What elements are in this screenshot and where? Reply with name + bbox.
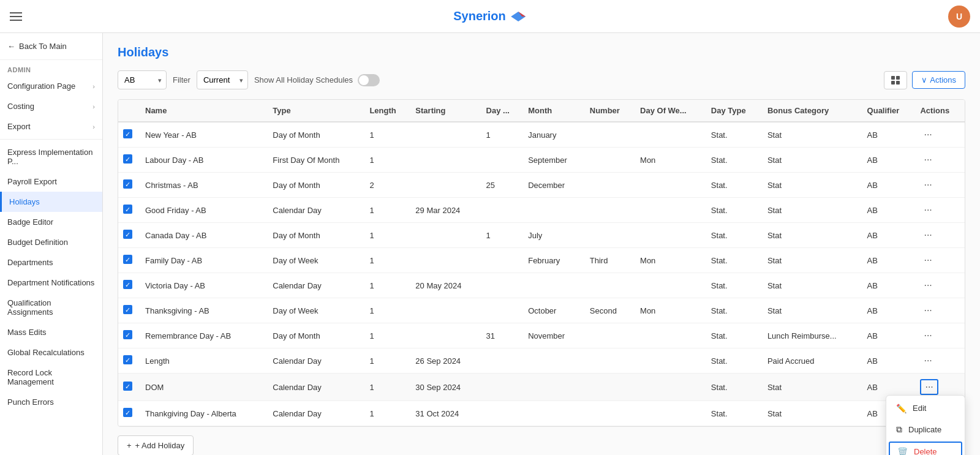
row-actions-dots-button[interactable]: ···	[920, 203, 935, 217]
context-menu-delete[interactable]: 🗑️ Delete	[889, 442, 962, 456]
sidebar-item-budget-definition[interactable]: Budget Definition	[0, 232, 102, 252]
cell-number	[585, 323, 635, 348]
checkbox-checked[interactable]	[123, 280, 132, 289]
row-actions-dots-button[interactable]: ···	[920, 153, 935, 167]
delete-label: Delete	[914, 447, 937, 455]
row-actions-dots-button[interactable]: ···	[920, 178, 935, 192]
cell-actions: ···	[915, 223, 965, 248]
cell-bonus_category: Stat	[763, 401, 862, 426]
actions-button[interactable]: ∨ Actions	[912, 71, 965, 89]
checkbox-checked[interactable]	[123, 154, 132, 164]
cell-month	[523, 401, 585, 426]
checkbox-checked[interactable]	[123, 179, 132, 189]
svg-rect-4	[891, 81, 895, 85]
sidebar-item-punch-errors[interactable]: Punch Errors	[0, 392, 102, 412]
row-actions-dots-button[interactable]: ···	[920, 354, 935, 367]
cell-month: September	[523, 148, 585, 173]
sidebar-item-label: Department Notifications	[7, 278, 94, 287]
row-actions-dots-button[interactable]: ···	[920, 304, 935, 317]
cell-day_type: Stat.	[706, 198, 763, 223]
cell-actions: ···	[915, 198, 965, 223]
sidebar-item-export[interactable]: Export ›	[0, 116, 102, 137]
cell-day_type: Stat.	[706, 401, 763, 426]
cell-type: Calendar Day	[268, 374, 364, 401]
checkbox-checked[interactable]	[123, 382, 132, 391]
add-holiday-button[interactable]: + + Add Holiday	[118, 435, 194, 455]
sidebar-item-global-recalculations[interactable]: Global Recalculations	[0, 342, 102, 363]
checkbox-checked[interactable]	[123, 305, 132, 314]
row-actions-dots-button[interactable]: ···	[920, 379, 938, 395]
filter-select[interactable]: Current All Past	[197, 70, 248, 89]
cell-number	[585, 173, 635, 198]
checkbox-checked[interactable]	[123, 255, 132, 264]
toolbar: AB BC ON QC Filter Current All Past Show	[118, 70, 965, 89]
hamburger-icon[interactable]	[10, 12, 22, 21]
avatar[interactable]: U	[948, 6, 970, 28]
checkbox-checked[interactable]	[123, 408, 132, 417]
svg-rect-2	[891, 76, 895, 80]
cell-actions: ···	[915, 248, 965, 273]
chevron-right-icon: ›	[92, 83, 95, 90]
sidebar-item-qualification-assignments[interactable]: Qualification Assignments	[0, 293, 102, 322]
cell-starting: 29 Mar 2024	[410, 198, 481, 223]
cell-month: January	[523, 122, 585, 148]
cell-length: 1	[364, 198, 410, 223]
toolbar-right: ∨ Actions	[884, 71, 965, 89]
table-row: Family Day - ABDay of Week1FebruaryThird…	[118, 248, 965, 273]
checkbox-checked[interactable]	[123, 355, 132, 364]
cell-name: Canada Day - AB	[140, 223, 268, 248]
back-to-main[interactable]: ← Back To Main	[0, 33, 102, 60]
show-all-toggle[interactable]	[358, 74, 380, 86]
cell-starting: 26 Sep 2024	[410, 348, 481, 374]
chevron-right-icon: ›	[92, 123, 95, 130]
sidebar-item-costing[interactable]: Costing ›	[0, 96, 102, 116]
synerion-logo-icon	[510, 10, 527, 23]
context-menu-edit[interactable]: ✏️ Edit	[886, 398, 965, 419]
row-actions-dots-button[interactable]: ···	[920, 329, 935, 342]
checkbox-checked[interactable]	[123, 230, 132, 239]
checkbox-checked[interactable]	[123, 129, 132, 138]
sidebar-item-mass-edits[interactable]: Mass Edits	[0, 322, 102, 342]
sidebar-item-payroll-export[interactable]: Payroll Export	[0, 171, 102, 192]
col-actions: Actions	[915, 100, 965, 122]
row-actions-dots-button[interactable]: ···	[920, 254, 935, 267]
checkbox-checked[interactable]	[123, 330, 132, 339]
sidebar-item-express-implementation[interactable]: Express Implementation P...	[0, 142, 102, 171]
cell-number	[585, 401, 635, 426]
table-row: LengthCalendar Day126 Sep 2024Stat.Paid …	[118, 348, 965, 374]
cell-actions: ···	[915, 148, 965, 173]
row-actions-dots-button[interactable]: ···	[920, 128, 935, 141]
sidebar-item-label: Mass Edits	[7, 328, 47, 337]
sidebar-item-configuration-page[interactable]: Configuration Page ›	[0, 76, 102, 96]
cell-day: 1	[481, 122, 524, 148]
row-actions-dots-button[interactable]: ···	[920, 279, 935, 292]
cell-name: DOM	[140, 374, 268, 401]
sidebar-item-department-notifications[interactable]: Department Notifications	[0, 273, 102, 293]
context-menu-duplicate[interactable]: ⧉ Duplicate	[886, 419, 965, 440]
col-checkbox	[118, 100, 140, 122]
sidebar-item-holidays[interactable]: Holidays	[0, 192, 102, 212]
cell-qualifier: AB	[862, 122, 916, 148]
grid-view-button[interactable]	[884, 71, 907, 89]
edit-label: Edit	[913, 404, 926, 413]
sidebar-item-badge-editor[interactable]: Badge Editor	[0, 212, 102, 232]
row-checkbox-cell	[118, 401, 140, 426]
table-row: Canada Day - ABDay of Month11JulyStat.St…	[118, 223, 965, 248]
cell-bonus_category: Stat	[763, 148, 862, 173]
sidebar-item-record-lock-management[interactable]: Record Lock Management	[0, 363, 102, 392]
col-day-of-week: Day Of We...	[635, 100, 706, 122]
content-wrapper: Holidays AB BC ON QC Filter Current All	[118, 45, 965, 455]
cell-type: Day of Month	[268, 223, 364, 248]
duplicate-label: Duplicate	[908, 425, 941, 434]
col-day: Day ...	[481, 100, 524, 122]
cell-day_type: Stat.	[706, 248, 763, 273]
cell-month: November	[523, 323, 585, 348]
cell-day: 31	[481, 323, 524, 348]
row-actions-dots-button[interactable]: ···	[920, 228, 935, 242]
context-menu: ✏️ Edit ⧉ Duplicate 🗑️ Delete	[886, 395, 965, 456]
region-select[interactable]: AB BC ON QC	[118, 70, 167, 89]
cell-name: Thanksgiving - AB	[140, 298, 268, 323]
sidebar-item-departments[interactable]: Departments	[0, 252, 102, 273]
checkbox-checked[interactable]	[123, 205, 132, 214]
cell-bonus_category: Paid Accrued	[763, 348, 862, 374]
